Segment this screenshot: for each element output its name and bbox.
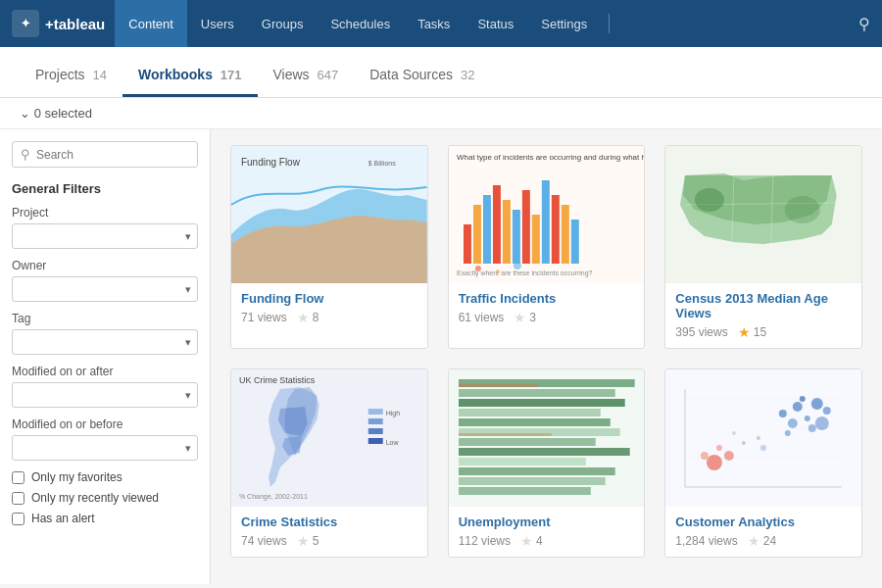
modified-before-filter[interactable] [12, 435, 198, 461]
star-icon-funding-flow: ★ [297, 310, 310, 325]
svg-point-60 [808, 424, 816, 432]
owner-filter[interactable] [12, 276, 198, 302]
nav-status[interactable]: Status [464, 0, 527, 47]
svg-rect-16 [570, 220, 578, 264]
nav-search-button[interactable]: ⚲ [858, 15, 870, 33]
nav-content[interactable]: Content [115, 0, 187, 47]
workbook-title-unemployment[interactable]: Unemployment [459, 514, 635, 529]
project-filter[interactable] [12, 223, 198, 249]
svg-text:$ Billions: $ Billions [368, 160, 396, 167]
svg-rect-35 [459, 389, 615, 397]
customer-analytics-views: 1,284 views [675, 534, 737, 548]
workbook-info-census: Census 2013 Median Age Views 395 views ★… [665, 283, 861, 348]
project-select[interactable] [12, 223, 198, 249]
workbook-info-crime-statistics: Crime Statistics 74 views ★ 5 [231, 507, 427, 557]
workbook-card-customer-analytics[interactable]: Customer Analytics 1,284 views ★ 24 [664, 368, 862, 558]
nav-tasks[interactable]: Tasks [404, 0, 464, 47]
workbook-info-funding-flow: Funding Flow 71 views ★ 8 [231, 283, 427, 333]
svg-text:Funding Flow: Funding Flow [241, 157, 301, 168]
search-input[interactable] [36, 148, 189, 162]
svg-point-57 [811, 398, 823, 410]
tab-datasources[interactable]: Data Sources 32 [354, 55, 490, 97]
modified-before-label: Modified on or before [12, 417, 198, 431]
workbook-card-unemployment[interactable]: Unemployment 112 views ★ 4 [448, 368, 646, 558]
traffic-incidents-views: 61 views [459, 311, 505, 324]
modified-before-select[interactable] [12, 435, 198, 461]
workbook-thumb-funding-flow: Funding Flow $ Billions [231, 146, 427, 283]
unemployment-stars[interactable]: ★ 4 [520, 533, 543, 549]
workbook-title-census[interactable]: Census 2013 Median Age Views [675, 291, 852, 320]
nav-groups[interactable]: Groups [248, 0, 318, 47]
svg-text:UK Crime Statistics: UK Crime Statistics [239, 375, 316, 385]
svg-rect-27 [368, 418, 383, 424]
tab-projects[interactable]: Projects 14 [20, 55, 122, 97]
crime-statistics-stars[interactable]: ★ 5 [297, 533, 319, 549]
svg-point-71 [760, 445, 766, 451]
app-logo[interactable]: ✦ +tableau [12, 10, 105, 37]
nav-divider [609, 14, 610, 33]
traffic-incidents-stars[interactable]: ★ 3 [514, 310, 536, 325]
svg-point-69 [757, 436, 760, 440]
svg-point-20 [514, 262, 521, 270]
tab-datasources-count: 32 [461, 68, 474, 82]
crime-statistics-views: 74 views [241, 534, 287, 548]
census-stars[interactable]: ★ 15 [738, 324, 766, 340]
svg-point-68 [742, 441, 746, 445]
svg-text:High: High [386, 410, 400, 417]
svg-text:Low: Low [386, 439, 400, 446]
alert-checkbox-item[interactable]: Has an alert [12, 512, 198, 525]
workbook-card-traffic-incidents[interactable]: What type of incidents are occurring and… [448, 145, 646, 349]
workbook-title-funding-flow[interactable]: Funding Flow [241, 291, 417, 306]
svg-point-64 [707, 455, 722, 470]
workbook-title-crime-statistics[interactable]: Crime Statistics [241, 514, 417, 529]
svg-rect-40 [459, 438, 596, 446]
workbook-thumb-traffic-incidents: What type of incidents are occurring and… [449, 146, 645, 283]
nav-schedules[interactable]: Schedules [317, 0, 404, 47]
tag-select[interactable] [12, 329, 198, 355]
search-box[interactable]: ⚲ [12, 141, 198, 168]
nav-users[interactable]: Users [187, 0, 248, 47]
favorites-checkbox[interactable] [12, 471, 24, 484]
tab-views[interactable]: Views 647 [258, 55, 355, 97]
census-views: 395 views [675, 325, 727, 339]
recently-viewed-checkbox-item[interactable]: Only my recently viewed [12, 491, 198, 505]
svg-rect-45 [459, 487, 591, 495]
workbook-thumb-census [665, 146, 861, 283]
tag-filter[interactable] [12, 329, 198, 355]
selection-bar: ⌄ 0 selected [0, 98, 882, 129]
project-filter-label: Project [12, 206, 198, 220]
svg-text:% Change, 2002-2011: % Change, 2002-2011 [239, 493, 308, 501]
favorites-checkbox-item[interactable]: Only my favorites [12, 470, 198, 484]
alert-checkbox[interactable] [12, 513, 24, 525]
svg-rect-8 [493, 185, 501, 264]
sidebar: ⚲ General Filters Project Owner Tag Modi… [0, 129, 211, 584]
modified-after-filter[interactable] [12, 382, 198, 408]
workbook-thumb-crime-statistics: UK Crime Statistics High Low [231, 369, 427, 507]
workbook-card-crime-statistics[interactable]: UK Crime Statistics High Low [230, 368, 428, 558]
funding-flow-stars[interactable]: ★ 8 [297, 310, 319, 325]
workbook-card-funding-flow[interactable]: Funding Flow $ Billions Funding Flow 71 … [230, 145, 428, 349]
owner-select[interactable] [12, 276, 198, 302]
workbook-info-unemployment: Unemployment 112 views ★ 4 [449, 507, 645, 557]
modified-after-select[interactable] [12, 382, 198, 408]
nav-settings[interactable]: Settings [527, 0, 601, 47]
workbook-thumb-customer-analytics [665, 369, 861, 507]
selection-count: 0 selected [34, 106, 92, 121]
logo-text: +tableau [45, 16, 105, 32]
workbook-title-traffic-incidents[interactable]: Traffic Incidents [459, 291, 635, 306]
svg-rect-48 [665, 369, 861, 507]
svg-rect-43 [459, 467, 615, 475]
svg-point-55 [793, 402, 803, 412]
tab-workbooks[interactable]: Workbooks 171 [122, 55, 258, 97]
logo-icon: ✦ [12, 10, 39, 37]
recently-viewed-checkbox[interactable] [12, 492, 24, 505]
svg-point-61 [800, 396, 806, 402]
workbook-title-customer-analytics[interactable]: Customer Analytics [675, 514, 852, 529]
workbook-card-census[interactable]: Census 2013 Median Age Views 395 views ★… [664, 145, 862, 349]
owner-filter-label: Owner [12, 259, 198, 272]
svg-rect-7 [483, 195, 491, 264]
census-star-count: 15 [754, 325, 766, 339]
tab-views-count: 647 [318, 68, 339, 82]
main-content: ⚲ General Filters Project Owner Tag Modi… [0, 129, 882, 584]
customer-analytics-stars[interactable]: ★ 24 [748, 533, 776, 549]
